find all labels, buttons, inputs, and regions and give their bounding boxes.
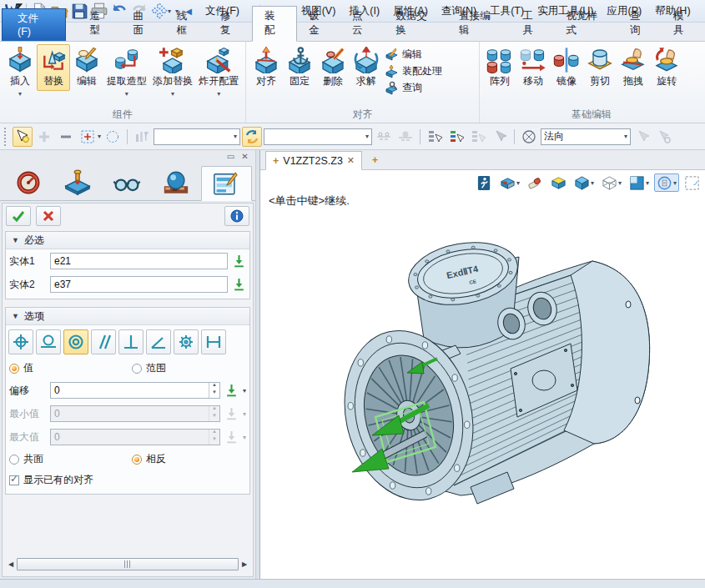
tab-pointcloud[interactable]: 点云 <box>340 7 384 41</box>
exploded-view-button[interactable]: 炸开配置 ▾ <box>196 44 242 100</box>
value-radio[interactable] <box>9 364 19 374</box>
entity1-input[interactable] <box>50 253 228 269</box>
concentric-constraint-button[interactable] <box>63 329 88 354</box>
dropdown-arrow-icon[interactable]: ▾ <box>125 90 128 98</box>
delete-align-button[interactable]: 删除 <box>316 44 350 91</box>
fix-button[interactable]: 固定 <box>283 44 316 91</box>
align-button[interactable]: 对齐 <box>249 44 283 91</box>
gear-constraint-button[interactable] <box>174 329 199 354</box>
graphics-viewport[interactable]: + V1ZZT2S.Z3 ✕ + <单击中键>继续. ▾ <box>260 150 705 579</box>
pick-filter-button[interactable] <box>132 127 152 147</box>
redo-button[interactable] <box>130 3 149 19</box>
pick-settings-button[interactable] <box>654 127 674 147</box>
ok-button[interactable] <box>6 206 31 226</box>
pick-from-list-button[interactable] <box>425 127 445 147</box>
motor-model[interactable]: ExdⅡT4 CE <box>260 150 705 579</box>
entity2-apply-icon[interactable] <box>232 278 246 292</box>
tab-tools[interactable]: 工具 <box>511 7 555 41</box>
coplanar-radio[interactable] <box>9 455 19 465</box>
info-button[interactable] <box>224 206 249 226</box>
insert-component-button[interactable]: 插入 ▾ <box>3 44 37 100</box>
scrollbar-thumb[interactable] <box>17 558 239 570</box>
entity1-apply-icon[interactable] <box>232 254 246 269</box>
mirror-button[interactable]: 镜像 <box>550 44 583 91</box>
angle-constraint-button[interactable] <box>146 329 171 354</box>
add-replace-button[interactable]: 添加替换 ▾ <box>149 44 195 100</box>
tab-direct-edit[interactable]: 直接编辑 <box>447 7 511 41</box>
offset-input[interactable]: ▲▼ <box>50 382 220 399</box>
smart-pick-button[interactable] <box>13 127 33 147</box>
toolbar-grip-handle[interactable] <box>4 128 8 146</box>
tab-render[interactable] <box>152 165 201 200</box>
edit-component-button[interactable]: 编辑 <box>70 44 103 91</box>
pick-box-button[interactable] <box>78 127 98 147</box>
clip-button[interactable]: 剪切 <box>583 44 617 91</box>
align-inquire-button[interactable]: 查询 <box>385 81 442 95</box>
tab-visibility[interactable] <box>102 165 151 200</box>
tab-file[interactable]: 文件(F) <box>2 8 66 41</box>
tab-inquire[interactable]: 查询 <box>618 7 662 41</box>
show-existing-checkbox[interactable] <box>9 475 19 485</box>
pick-all-button[interactable] <box>468 127 488 147</box>
solve-button[interactable]: 求解 <box>350 44 383 91</box>
extract-shape-button[interactable]: 提取造型 ▾ <box>103 44 149 100</box>
scroll-left-icon[interactable]: ◀ <box>6 558 16 570</box>
direction-mode-button[interactable] <box>519 127 539 147</box>
tab-manager[interactable] <box>3 165 53 200</box>
value-radio-group[interactable]: 值 <box>9 361 128 375</box>
tangent-constraint-button[interactable] <box>36 329 61 354</box>
add-pick-button[interactable] <box>34 127 54 147</box>
regen-assembly-button[interactable] <box>242 127 262 147</box>
scroll-right-icon[interactable]: ▶ <box>239 558 249 570</box>
tab-visual-style[interactable]: 视觉样式 <box>555 7 618 41</box>
offset-point-button[interactable] <box>374 127 394 147</box>
remove-pick-button[interactable] <box>56 127 76 147</box>
pick-box-dropdown-icon[interactable]: ▾ <box>98 133 101 140</box>
panel-close-button[interactable]: ✕ <box>239 153 250 162</box>
pattern-button[interactable]: 阵列 <box>483 44 516 91</box>
direction-combo[interactable]: 法向▾ <box>541 128 631 145</box>
distance-constraint-button[interactable] <box>201 329 226 354</box>
offset-spinner[interactable]: ▲▼ <box>209 383 219 398</box>
parallel-constraint-button[interactable] <box>91 329 116 354</box>
coincident-constraint-button[interactable] <box>8 329 33 354</box>
pick-last-button[interactable] <box>446 127 466 147</box>
perpendicular-constraint-button[interactable] <box>118 329 144 354</box>
tab-data-exchange[interactable]: 数据交换 <box>384 7 447 41</box>
tab-wireframe[interactable]: 线框 <box>165 7 209 41</box>
panel-minimize-button[interactable]: ▭ <box>225 153 236 162</box>
dropdown-arrow-icon[interactable]: ▾ <box>18 90 22 98</box>
opposite-radio[interactable] <box>132 455 142 465</box>
drag-button[interactable]: 拖拽 <box>617 44 650 91</box>
tab-history[interactable] <box>53 165 102 200</box>
tab-sheetmetal[interactable]: 钣金 <box>297 7 340 41</box>
required-section-header[interactable]: ▼ 必选 <box>6 232 249 249</box>
align-edit-button[interactable]: 编辑 <box>385 48 442 62</box>
range-radio[interactable] <box>132 364 142 374</box>
cancel-button[interactable] <box>36 206 61 226</box>
offset-plane-button[interactable] <box>395 127 415 147</box>
coplanar-radio-group[interactable]: 共面 <box>9 452 128 466</box>
move-button[interactable]: 移动 <box>516 44 550 91</box>
tab-repair[interactable]: 修复 <box>209 7 252 41</box>
assembly-process-button[interactable]: 装配处理 <box>385 64 442 78</box>
offset-apply-icon[interactable] <box>224 384 239 398</box>
dropdown-arrow-icon[interactable]: ▾ <box>217 90 220 98</box>
plain-cursor-button[interactable] <box>490 127 510 147</box>
dropdown-arrow-icon[interactable]: ▾ <box>171 90 174 98</box>
options-section-header[interactable]: ▼ 选项 <box>6 308 249 325</box>
replace-component-button[interactable]: 替换 <box>37 44 70 91</box>
pick-target-button[interactable] <box>632 127 652 147</box>
tab-mold[interactable]: 模具 <box>662 7 705 41</box>
rotate-button[interactable]: 旋转 <box>650 44 683 91</box>
selection-filter-combo[interactable]: ▾ <box>154 128 240 145</box>
entity2-input[interactable] <box>50 276 228 293</box>
offset-dropdown-icon[interactable]: ▾ <box>243 387 246 395</box>
tab-shape[interactable]: 造型 <box>78 7 121 41</box>
entity-input-combo[interactable]: ▾ <box>264 128 372 145</box>
lasso-pick-button[interactable] <box>103 127 123 147</box>
range-radio-group[interactable]: 范围 <box>132 361 166 375</box>
opposite-radio-group[interactable]: 相反 <box>132 452 166 466</box>
tab-assembly[interactable]: 装配 <box>252 6 297 42</box>
panel-horizontal-scrollbar[interactable]: ◀ ▶ <box>6 557 249 571</box>
